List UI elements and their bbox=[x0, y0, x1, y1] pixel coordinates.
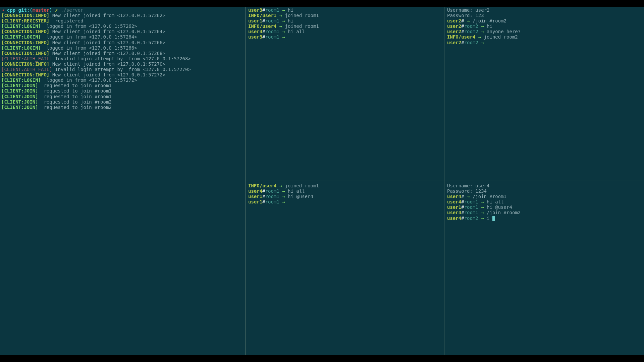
server-log-line: [CLIENT:REGISTER] registered bbox=[1, 18, 244, 23]
chat-line: user4#room1 → hi all bbox=[248, 29, 441, 34]
username: user1 bbox=[248, 194, 262, 199]
log-tag: [CLIENT:LOGIN] bbox=[1, 77, 41, 83]
chat-line: user1#room1 → hi @user4 bbox=[248, 194, 441, 199]
log-message: New client joined from <127.0.0.1:57268> bbox=[49, 51, 165, 56]
log-message: registered bbox=[49, 18, 83, 23]
username: user4 bbox=[447, 199, 461, 204]
username: user4 bbox=[248, 188, 262, 194]
username: user3 bbox=[248, 7, 262, 13]
username: user2 bbox=[447, 18, 461, 23]
room-name: room1 bbox=[265, 188, 279, 194]
room-name: room2 bbox=[464, 40, 478, 45]
server-log-line: [CLIENT:JOIN] requested to join #room2 bbox=[1, 99, 244, 105]
log-tag: [CLIENT:AUTH_FAIL] bbox=[1, 67, 52, 72]
chat-line: user2#room2 → anyone here? bbox=[447, 29, 642, 34]
room-name: room1 bbox=[265, 18, 279, 23]
server-log-line: [CLIENT:JOIN] requested to join #room2 bbox=[1, 105, 244, 110]
client-input-line[interactable]: user4#room2 → i' bbox=[447, 216, 642, 221]
log-message: requested to join #room2 bbox=[38, 105, 112, 110]
username: user2 bbox=[447, 23, 461, 29]
info-label: INFO/user4 bbox=[248, 183, 276, 188]
arrow-icon: → bbox=[478, 40, 487, 45]
info-message: joined room2 bbox=[484, 34, 518, 40]
log-message: New client joined from <127.0.0.1:57270> bbox=[49, 61, 165, 67]
server-log-line: [CONNECTION:INFO] New client joined from… bbox=[1, 51, 244, 56]
log-message: Invalid login attempt by from <127.0.0.1… bbox=[52, 56, 191, 61]
arrow-icon: → bbox=[478, 210, 487, 215]
arrow-icon: → bbox=[276, 23, 285, 29]
info-label: INFO/user1 bbox=[248, 13, 276, 18]
arrow-icon: → bbox=[464, 18, 473, 23]
log-message: New client joined from <127.0.0.1:57266> bbox=[49, 40, 165, 45]
log-tag: [CLIENT:JOIN] bbox=[1, 105, 38, 110]
client-user2-pane[interactable]: Username: user2Password: 123user2# → /jo… bbox=[446, 7, 643, 180]
log-message: logged in from <127.0.0.1:57272> bbox=[41, 77, 137, 83]
room-name: room1 bbox=[265, 194, 279, 199]
arrow-icon: → bbox=[279, 34, 288, 40]
info-line: INFO/user4 → joined room1 bbox=[248, 183, 441, 188]
log-message: New client joined from <127.0.0.1:57264> bbox=[49, 29, 165, 34]
log-message: New client joined from <127.0.0.1:57272> bbox=[49, 72, 165, 77]
arrow-icon: → bbox=[478, 23, 487, 29]
prompt-branch: master bbox=[33, 7, 50, 13]
chat-message: hi bbox=[288, 18, 293, 23]
log-tag: [CONNECTION:INFO] bbox=[1, 29, 49, 34]
client-user1-pane[interactable]: INFO/user4 → joined room1user4#room1 → h… bbox=[247, 182, 443, 355]
server-pane[interactable]: ➜ cpp git:(master) ✗ ./server[CONNECTION… bbox=[0, 7, 245, 355]
bottom-bar bbox=[0, 355, 644, 362]
typed-text[interactable]: i' bbox=[487, 216, 492, 221]
client-prompt[interactable]: user1#room1 → bbox=[248, 199, 441, 204]
arrow-icon: → bbox=[279, 188, 288, 194]
client-prompt[interactable]: user3#room1 → bbox=[248, 34, 441, 40]
log-tag: [CLIENT:AUTH_FAIL] bbox=[1, 56, 52, 61]
prompt-command[interactable]: ./server bbox=[58, 7, 84, 13]
server-log-line: [CLIENT:LOGIN] logged in from <127.0.0.1… bbox=[1, 77, 244, 83]
room-name: room1 bbox=[265, 199, 279, 204]
room-name: room2 bbox=[464, 23, 478, 29]
log-tag: [CLIENT:LOGIN] bbox=[1, 34, 41, 40]
username: user4 bbox=[248, 29, 262, 34]
arrow-icon: → bbox=[279, 7, 288, 13]
room-name: room1 bbox=[265, 29, 279, 34]
info-label: INFO/user4 bbox=[447, 34, 475, 40]
chat-line: user4#room1 → hi all bbox=[447, 199, 642, 204]
server-log-line: [CLIENT:JOIN] requested to join #room1 bbox=[1, 94, 244, 99]
room-name: room1 bbox=[464, 199, 478, 204]
chat-message: hi bbox=[288, 7, 293, 13]
cursor-icon bbox=[492, 216, 495, 221]
client-user4-pane[interactable]: Username: user4Password: 1234user4# → /j… bbox=[446, 182, 643, 355]
log-message: requested to join #room1 bbox=[38, 94, 112, 99]
arrow-icon: → bbox=[478, 204, 487, 210]
arrow-icon: → bbox=[478, 216, 487, 221]
chat-line: user1#room1 → hi bbox=[248, 18, 441, 23]
log-tag: [CONNECTION:INFO] bbox=[1, 61, 49, 67]
chat-message: hi all bbox=[487, 199, 504, 204]
prompt-git-open: git:( bbox=[18, 7, 33, 13]
log-tag: [CONNECTION:INFO] bbox=[1, 13, 49, 18]
plain-line: Username: user4 bbox=[447, 183, 642, 188]
chat-line: user3#room1 → hi bbox=[248, 7, 441, 13]
username: user4 bbox=[447, 210, 461, 215]
split-vertical-1 bbox=[245, 7, 246, 355]
username: user1 bbox=[248, 18, 262, 23]
info-message: joined room1 bbox=[285, 13, 319, 18]
arrow-icon: → bbox=[475, 34, 484, 40]
log-message: requested to join #room1 bbox=[38, 88, 112, 94]
log-message: logged in from <127.0.0.1:57262> bbox=[41, 23, 137, 29]
client-user3-pane[interactable]: user3#room1 → hiINFO/user1 → joined room… bbox=[247, 7, 443, 180]
arrow-icon: → bbox=[478, 29, 487, 34]
server-log-line: [CLIENT:LOGIN] logged in from <127.0.0.1… bbox=[1, 23, 244, 29]
client-prompt[interactable]: user2#room2 → bbox=[447, 40, 642, 45]
log-tag: [CLIENT:JOIN] bbox=[1, 94, 38, 99]
info-line: INFO/user1 → joined room1 bbox=[248, 13, 441, 18]
plain-line: Password: 1234 bbox=[447, 188, 642, 194]
plain-line: Username: user2 bbox=[447, 7, 642, 13]
log-message: Invalid login attempt by from <127.0.0.1… bbox=[52, 67, 191, 72]
prompt-git-close: ) bbox=[49, 7, 55, 13]
server-log-line: [CLIENT:JOIN] requested to join #room1 bbox=[1, 83, 244, 88]
prompt-dirty-icon: ✗ bbox=[55, 7, 58, 13]
chat-message: hi all bbox=[288, 29, 305, 34]
chat-message: /join #room1 bbox=[473, 194, 506, 199]
log-tag: [CONNECTION:INFO] bbox=[1, 51, 49, 56]
chat-line: user1#room1 → hi @user4 bbox=[447, 204, 642, 210]
